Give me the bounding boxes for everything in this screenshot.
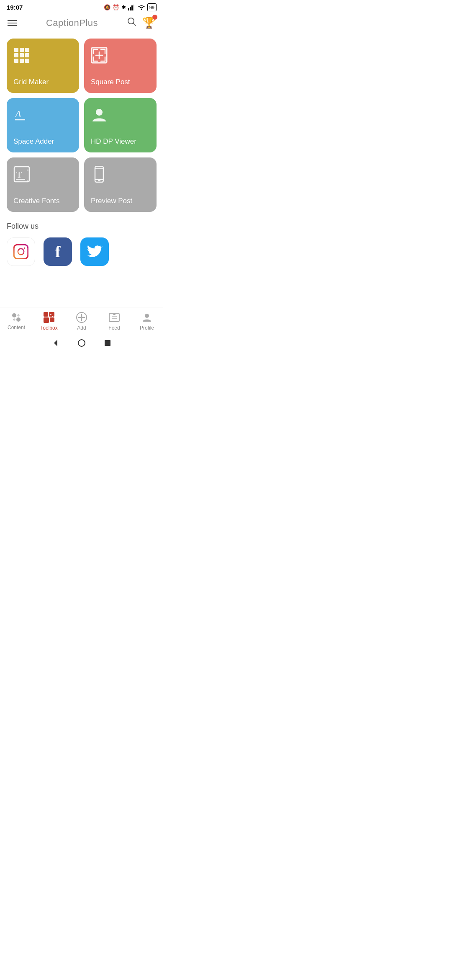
preview-post-icon	[91, 166, 108, 186]
bottom-nav: Content Toolbox Add	[0, 307, 163, 334]
svg-point-40	[18, 249, 24, 255]
system-bar	[0, 334, 163, 353]
creative-fonts-card[interactable]: T Creative Fonts	[7, 157, 79, 212]
svg-point-29	[96, 109, 103, 116]
twitter-icon	[87, 245, 103, 259]
feed-icon	[108, 312, 120, 323]
nav-content-label: Content	[8, 325, 25, 330]
svg-rect-11	[20, 53, 24, 57]
nav-add[interactable]: Add	[69, 312, 94, 331]
profile-icon	[141, 312, 153, 323]
svg-rect-2	[131, 5, 133, 10]
space-adder-icon: A	[13, 106, 30, 127]
nav-toolbox-label: Toolbox	[40, 325, 57, 331]
nav-profile[interactable]: Profile	[134, 312, 159, 331]
svg-rect-38	[98, 180, 100, 181]
svg-marker-60	[54, 340, 57, 346]
spacer	[0, 291, 163, 307]
bluetooth-icon: ✱	[121, 4, 126, 10]
status-bar: 19:07 🔕 ⏰ ✱ 99	[0, 0, 163, 13]
battery-level: 99	[149, 5, 154, 10]
nav-feed[interactable]: Feed	[102, 312, 127, 331]
svg-point-45	[18, 315, 19, 316]
nav-toolbox[interactable]: Toolbox	[36, 312, 62, 331]
status-time: 19:07	[7, 4, 23, 11]
grid-maker-card[interactable]: Grid Maker	[7, 39, 79, 93]
svg-point-44	[13, 319, 15, 320]
add-icon	[76, 312, 87, 323]
creative-fonts-icon: T	[13, 166, 30, 186]
nav-profile-label: Profile	[140, 325, 154, 331]
trophy-button[interactable]: 🏆	[142, 16, 156, 29]
svg-text:A: A	[14, 108, 21, 119]
svg-rect-14	[20, 59, 24, 63]
svg-point-4	[141, 9, 142, 10]
svg-rect-13	[14, 59, 18, 63]
main-content: Grid Maker Square Post	[0, 34, 163, 291]
alarm-icon: ⏰	[113, 4, 119, 10]
battery-icon: 99	[147, 3, 157, 11]
hd-dp-label: HD DP Viewer	[91, 137, 150, 146]
facebook-button[interactable]: f	[44, 237, 72, 266]
svg-point-41	[24, 248, 26, 249]
trophy-badge	[152, 15, 157, 20]
social-icons: f	[7, 237, 157, 266]
nav-content[interactable]: Content	[4, 312, 29, 330]
follow-title: Follow us	[7, 222, 157, 231]
square-post-icon	[91, 47, 108, 67]
space-adder-label: Space Adder	[13, 137, 72, 146]
home-button[interactable]	[77, 338, 86, 348]
svg-rect-48	[44, 317, 49, 323]
hd-dp-icon	[91, 106, 108, 127]
content-icon	[11, 312, 22, 323]
svg-rect-62	[105, 340, 110, 346]
svg-text:T: T	[16, 169, 22, 180]
header-actions: 🏆	[127, 16, 156, 29]
svg-line-6	[133, 23, 136, 26]
grid-maker-icon	[13, 47, 30, 67]
mute-icon: 🔕	[104, 4, 110, 10]
nav-feed-label: Feed	[108, 325, 120, 331]
svg-point-43	[16, 317, 21, 322]
preview-post-label: Preview Post	[91, 197, 150, 205]
svg-rect-1	[130, 7, 131, 10]
features-grid: Grid Maker Square Post	[7, 39, 157, 212]
svg-rect-3	[133, 5, 134, 10]
signal-icon	[128, 5, 136, 10]
space-adder-card[interactable]: A Space Adder	[7, 98, 79, 152]
status-icons: 🔕 ⏰ ✱ 99	[104, 3, 157, 11]
svg-rect-10	[14, 53, 18, 57]
svg-rect-7	[14, 48, 18, 52]
app-title: CaptionPlus	[46, 18, 98, 28]
svg-rect-9	[25, 48, 29, 52]
grid-maker-label: Grid Maker	[13, 78, 72, 86]
svg-rect-46	[44, 312, 48, 317]
square-post-card[interactable]: Square Post	[84, 39, 157, 93]
facebook-icon: f	[55, 242, 61, 261]
svg-rect-39	[14, 245, 28, 259]
creative-fonts-label: Creative Fonts	[13, 197, 72, 205]
wifi-icon	[138, 5, 145, 10]
svg-point-61	[78, 340, 85, 346]
instagram-button[interactable]	[7, 237, 35, 266]
search-button[interactable]	[127, 17, 136, 29]
svg-rect-12	[25, 53, 29, 57]
hd-dp-card[interactable]: HD DP Viewer	[84, 98, 157, 152]
svg-marker-58	[113, 314, 116, 315]
recents-button[interactable]	[103, 338, 112, 348]
svg-point-59	[145, 314, 149, 318]
svg-rect-49	[50, 317, 54, 322]
toolbox-icon	[43, 312, 55, 323]
square-post-label: Square Post	[91, 78, 150, 86]
twitter-button[interactable]	[80, 237, 109, 266]
svg-rect-15	[25, 59, 29, 63]
svg-point-42	[12, 313, 16, 317]
svg-rect-0	[128, 8, 129, 10]
back-button[interactable]	[51, 338, 60, 348]
preview-post-card[interactable]: Preview Post	[84, 157, 157, 212]
svg-rect-8	[20, 48, 24, 52]
header: CaptionPlus 🏆	[0, 13, 163, 34]
follow-section: Follow us	[7, 222, 157, 266]
nav-add-label: Add	[77, 325, 86, 331]
menu-button[interactable]	[8, 20, 17, 26]
